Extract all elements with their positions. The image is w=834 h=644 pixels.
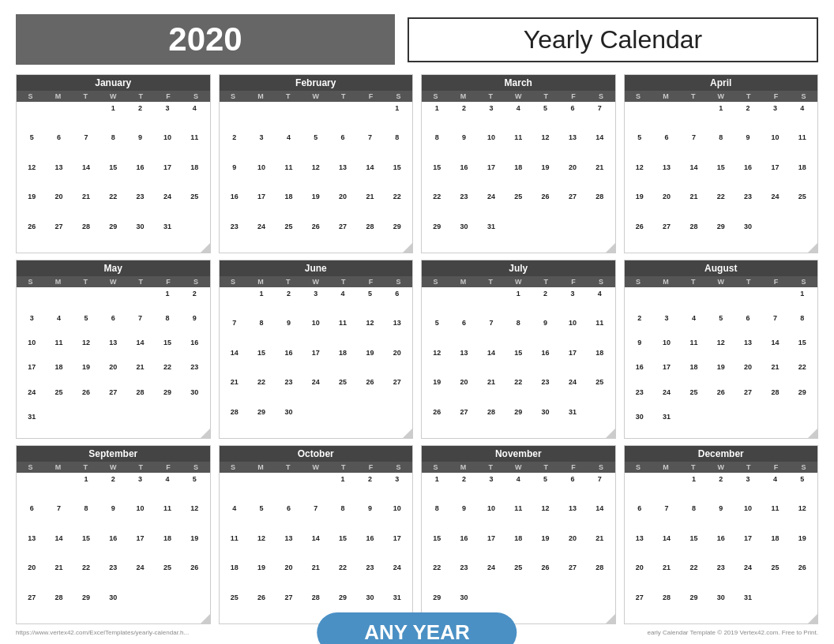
day-header-label: F bbox=[762, 276, 790, 287]
any-year-button[interactable]: ANY YEAR bbox=[317, 612, 517, 644]
day-cell: 17 bbox=[126, 533, 153, 563]
day-cell: 28 bbox=[478, 406, 505, 436]
day-cell: 5 bbox=[302, 133, 329, 163]
day-header-label: S bbox=[588, 462, 615, 473]
page: 2020 Yearly Calendar JanuarySMTWTFS12345… bbox=[0, 0, 834, 644]
day-cell: 11 bbox=[275, 162, 302, 192]
day-headers: SMTWTFS bbox=[220, 276, 413, 287]
day-cell: 18 bbox=[505, 533, 532, 563]
day-cell: 14 bbox=[73, 162, 100, 192]
day-cell bbox=[302, 474, 329, 504]
day-header-label: W bbox=[505, 91, 532, 102]
day-cell bbox=[248, 474, 275, 504]
day-header-label: T bbox=[329, 276, 357, 287]
day-cell: 24 bbox=[478, 563, 505, 593]
day-cell: 7 bbox=[586, 103, 613, 133]
day-header-label: M bbox=[44, 91, 72, 102]
day-cell: 15 bbox=[100, 162, 126, 192]
day-header-label: T bbox=[274, 91, 302, 102]
day-cell bbox=[356, 406, 383, 436]
day-cell: 28 bbox=[221, 406, 248, 436]
day-cell: 11 bbox=[680, 338, 707, 362]
month-name: October bbox=[220, 446, 413, 462]
day-cell bbox=[126, 288, 153, 313]
day-cell: 4 bbox=[45, 313, 72, 337]
day-cell bbox=[680, 288, 707, 313]
day-header-label: S bbox=[220, 276, 247, 287]
day-cell bbox=[761, 221, 788, 251]
day-header-label: F bbox=[560, 276, 588, 287]
day-cell: 26 bbox=[532, 192, 558, 222]
day-cell bbox=[18, 103, 45, 133]
day-cell: 4 bbox=[275, 133, 302, 163]
day-cell: 19 bbox=[532, 533, 558, 563]
day-cell: 9 bbox=[734, 133, 761, 163]
day-cell bbox=[126, 592, 153, 622]
day-cell: 4 bbox=[505, 103, 532, 133]
day-cell: 18 bbox=[221, 563, 248, 593]
day-cell: 14 bbox=[126, 338, 153, 362]
day-cell: 14 bbox=[680, 162, 707, 192]
day-cell: 6 bbox=[100, 313, 126, 337]
day-headers: SMTWTFS bbox=[422, 462, 615, 473]
day-cell: 20 bbox=[450, 377, 477, 407]
day-header-label: S bbox=[220, 462, 247, 473]
day-cell: 13 bbox=[450, 347, 477, 377]
month-name: September bbox=[17, 446, 210, 462]
day-cell: 24 bbox=[559, 377, 586, 407]
day-cell: 27 bbox=[329, 221, 356, 251]
day-cell: 6 bbox=[18, 504, 45, 534]
day-cell: 3 bbox=[478, 474, 505, 504]
day-cell bbox=[100, 412, 126, 436]
day-cell: 15 bbox=[154, 338, 181, 362]
day-headers: SMTWTFS bbox=[17, 91, 210, 102]
day-cell: 29 bbox=[248, 406, 275, 436]
header: 2020 Yearly Calendar bbox=[16, 14, 818, 65]
day-cell: 3 bbox=[761, 103, 788, 133]
day-cell: 15 bbox=[73, 533, 100, 563]
day-cell: 19 bbox=[73, 362, 100, 387]
footer-left-text: https://www.vertex42.com/ExcelTemplates/… bbox=[16, 629, 189, 636]
day-cell: 17 bbox=[248, 192, 275, 222]
day-cell bbox=[356, 103, 383, 133]
day-cell: 30 bbox=[126, 221, 153, 251]
day-cell bbox=[45, 412, 72, 436]
footer: https://www.vertex42.com/ExcelTemplates/… bbox=[16, 629, 818, 636]
day-cell: 16 bbox=[708, 533, 734, 563]
day-cell: 1 bbox=[423, 103, 450, 133]
day-cell: 2 bbox=[450, 474, 477, 504]
day-header-label: W bbox=[707, 462, 734, 473]
day-cell: 27 bbox=[626, 592, 653, 622]
day-cell: 15 bbox=[329, 533, 356, 563]
day-cell: 31 bbox=[734, 592, 761, 622]
day-cell: 26 bbox=[356, 377, 383, 407]
day-cell: 6 bbox=[450, 318, 477, 348]
day-cell: 7 bbox=[586, 474, 613, 504]
day-header-label: S bbox=[182, 91, 210, 102]
day-cell: 8 bbox=[248, 318, 275, 348]
day-cell: 23 bbox=[181, 362, 208, 387]
day-cell: 7 bbox=[680, 133, 707, 163]
day-header-label: T bbox=[477, 276, 505, 287]
day-cell: 3 bbox=[126, 474, 153, 504]
day-cell: 21 bbox=[478, 377, 505, 407]
day-cell: 4 bbox=[221, 504, 248, 534]
day-cell: 18 bbox=[761, 533, 788, 563]
day-cell bbox=[559, 221, 586, 251]
day-cell: 16 bbox=[734, 162, 761, 192]
day-cell: 21 bbox=[126, 362, 153, 387]
day-header-label: S bbox=[385, 276, 412, 287]
day-cell: 24 bbox=[761, 192, 788, 222]
day-cell: 10 bbox=[653, 338, 680, 362]
day-cell: 17 bbox=[154, 162, 181, 192]
day-cell: 17 bbox=[478, 533, 505, 563]
day-cell: 18 bbox=[154, 533, 181, 563]
day-cell bbox=[302, 406, 329, 436]
day-headers: SMTWTFS bbox=[17, 276, 210, 287]
day-headers: SMTWTFS bbox=[625, 91, 818, 102]
day-cell: 23 bbox=[356, 563, 383, 593]
day-cell: 14 bbox=[356, 162, 383, 192]
day-cell: 9 bbox=[181, 313, 208, 337]
day-cell: 21 bbox=[586, 162, 613, 192]
day-cell: 6 bbox=[384, 288, 411, 318]
